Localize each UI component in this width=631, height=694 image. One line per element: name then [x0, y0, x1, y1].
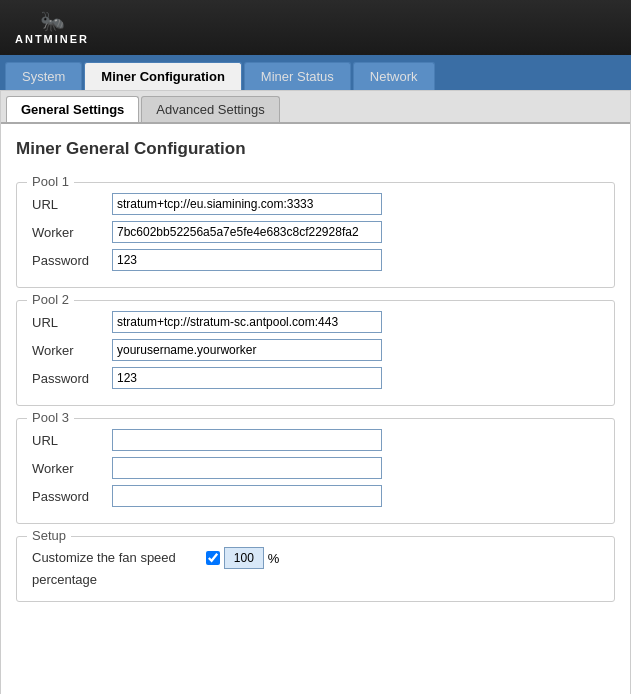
pool1-worker-label: Worker — [32, 225, 112, 240]
main-panel: Miner General Configuration Pool 1 URL W… — [1, 124, 630, 694]
sub-tab-general-settings[interactable]: General Settings — [6, 96, 139, 122]
pool2-url-input[interactable] — [112, 311, 382, 333]
pool1-worker-row: Worker — [32, 221, 599, 243]
pool2-url-label: URL — [32, 315, 112, 330]
pool3-url-label: URL — [32, 433, 112, 448]
pool2-password-input[interactable] — [112, 367, 382, 389]
logo-text: ANTMINER — [15, 33, 89, 45]
pool2-group: Pool 2 URL Worker Password — [16, 300, 615, 406]
pool2-worker-label: Worker — [32, 343, 112, 358]
fan-speed-checkbox[interactable] — [206, 551, 220, 565]
pool1-url-label: URL — [32, 197, 112, 212]
pool2-legend: Pool 2 — [27, 292, 74, 307]
pool2-password-row: Password — [32, 367, 599, 389]
pool1-worker-input[interactable] — [112, 221, 382, 243]
fan-label-line2: percentage — [32, 569, 176, 591]
fan-label-line1: Customize the fan speed — [32, 547, 176, 569]
sub-tab-advanced-settings[interactable]: Advanced Settings — [141, 96, 279, 122]
pool1-legend: Pool 1 — [27, 174, 74, 189]
fan-percent-label: % — [268, 551, 280, 566]
logo-icon: 🐜 — [40, 11, 65, 31]
pool3-password-label: Password — [32, 489, 112, 504]
pool2-worker-row: Worker — [32, 339, 599, 361]
pool2-password-label: Password — [32, 371, 112, 386]
setup-group: Setup Customize the fan speed percentage… — [16, 536, 615, 602]
fan-controls: % — [206, 547, 280, 569]
main-tab-bar: System Miner Configuration Miner Status … — [0, 55, 631, 90]
sub-tab-bar: General Settings Advanced Settings — [1, 91, 630, 124]
fan-label-wrap: Customize the fan speed percentage — [32, 547, 176, 591]
pool1-password-input[interactable] — [112, 249, 382, 271]
tab-system[interactable]: System — [5, 62, 82, 90]
pool3-worker-row: Worker — [32, 457, 599, 479]
pool1-password-row: Password — [32, 249, 599, 271]
pool3-group: Pool 3 URL Worker Password — [16, 418, 615, 524]
logo: 🐜 ANTMINER — [15, 11, 89, 45]
fan-speed-row: Customize the fan speed percentage % — [32, 547, 599, 591]
pool3-url-input[interactable] — [112, 429, 382, 451]
pool2-url-row: URL — [32, 311, 599, 333]
pool3-legend: Pool 3 — [27, 410, 74, 425]
setup-legend: Setup — [27, 528, 71, 543]
pool3-url-row: URL — [32, 429, 599, 451]
pool3-password-row: Password — [32, 485, 599, 507]
pool1-password-label: Password — [32, 253, 112, 268]
pool1-url-input[interactable] — [112, 193, 382, 215]
header: 🐜 ANTMINER — [0, 0, 631, 55]
pool1-url-row: URL — [32, 193, 599, 215]
tab-miner-status[interactable]: Miner Status — [244, 62, 351, 90]
page-title: Miner General Configuration — [16, 139, 615, 167]
pool1-group: Pool 1 URL Worker Password — [16, 182, 615, 288]
pool3-worker-label: Worker — [32, 461, 112, 476]
pool3-worker-input[interactable] — [112, 457, 382, 479]
pool3-password-input[interactable] — [112, 485, 382, 507]
content-area: General Settings Advanced Settings Miner… — [0, 90, 631, 694]
fan-speed-input[interactable] — [224, 547, 264, 569]
pool2-worker-input[interactable] — [112, 339, 382, 361]
tab-miner-config[interactable]: Miner Configuration — [84, 62, 242, 90]
tab-network[interactable]: Network — [353, 62, 435, 90]
